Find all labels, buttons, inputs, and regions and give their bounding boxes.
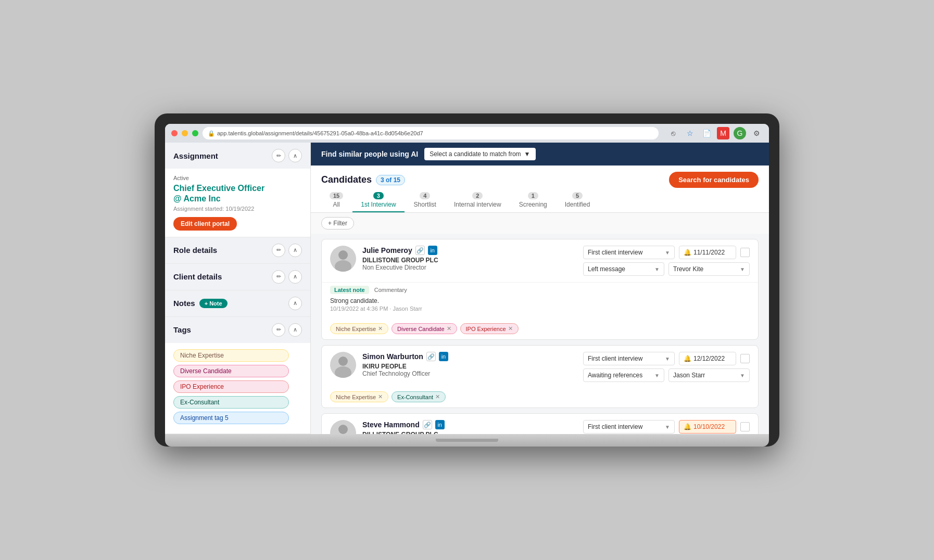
substage-dropdown[interactable]: Awaiting references ▼ <box>583 368 664 382</box>
assignment-header-icons: ✏ ∧ <box>272 149 302 162</box>
bell-icon: 🔔 <box>684 249 691 256</box>
tag-remove-icon[interactable]: ✕ <box>508 325 513 332</box>
stage-dropdown[interactable]: First client interview ▼ <box>583 352 675 365</box>
latest-note-tab[interactable]: Latest note <box>330 286 369 294</box>
tab-badge-all: 15 <box>330 192 343 199</box>
stage-dropdown[interactable]: First client interview ▼ <box>583 420 675 434</box>
assignee-dropdown[interactable]: Jason Starr ▼ <box>668 368 750 382</box>
assignee-label: Trevor Kite <box>673 265 703 273</box>
assignment-edit-icon[interactable]: ✏ <box>272 149 285 162</box>
candidate-name: Steve Hammond <box>362 421 420 429</box>
candidate-role: Chief Technology Officer <box>362 370 577 377</box>
search-candidates-button[interactable]: Search for candidates <box>669 172 759 188</box>
candidate-card: Simon Warburton 🔗 in IKIRU PEOPLE Chief … <box>321 345 759 408</box>
tab-all[interactable]: 15 All <box>321 188 351 212</box>
candidates-title-row: Candidates 3 of 15 <box>321 174 405 185</box>
candidate-link-icon[interactable]: 🔗 <box>423 420 432 429</box>
edit-portal-button[interactable]: Edit client portal <box>173 217 237 231</box>
tag-remove-icon[interactable]: ✕ <box>447 325 451 332</box>
date-field[interactable]: 🔔 10/10/2022 <box>679 420 736 434</box>
role-details-edit-icon[interactable]: ✏ <box>272 244 285 257</box>
assignment-job-title: Chief Executive Officer <box>173 183 302 194</box>
stage-chevron-icon: ▼ <box>665 424 670 430</box>
candidate-tags: Niche Expertise ✕ Diverse Candidate ✕ IP… <box>322 320 758 339</box>
settings-icon[interactable]: ⚙ <box>750 127 763 139</box>
bell-icon: 🔔 <box>684 423 691 430</box>
candidate-tags: Niche Expertise ✕ Ex-Consultant ✕ <box>322 388 758 408</box>
role-details-title: Role details <box>173 246 217 254</box>
candidate-checkbox[interactable] <box>740 354 750 363</box>
role-details-collapse-icon[interactable]: ∧ <box>288 244 302 257</box>
app-icon-red[interactable]: M <box>717 127 729 139</box>
tag-remove-icon[interactable]: ✕ <box>378 393 383 400</box>
substage-dropdown[interactable]: Left message ▼ <box>583 262 664 276</box>
candidates-label: Candidates <box>321 174 372 185</box>
notes-collapse-icon[interactable]: ∧ <box>288 297 302 310</box>
tab-screening[interactable]: 1 Screening <box>511 188 556 212</box>
stage-row: First client interview ▼ 🔔 10/10/2022 <box>583 420 750 434</box>
candidate-tag-chip: IPO Experience ✕ <box>460 323 519 334</box>
candidate-tag-chip: Niche Expertise ✕ <box>330 391 388 402</box>
date-text: 11/11/2022 <box>693 249 725 256</box>
add-note-button[interactable]: + Note <box>199 299 228 308</box>
date-text: 10/10/2022 <box>693 423 725 430</box>
candidates-tabs: 15 All 3 1st Interview 4 Shortlist 2 Int… <box>311 188 769 213</box>
candidate-notes: Latest note Commentary Strong candidate.… <box>322 282 758 320</box>
assignee-dropdown[interactable]: Trevor Kite ▼ <box>668 262 750 276</box>
tab-1st_interview[interactable]: 3 1st Interview <box>352 188 404 212</box>
candidate-card: Julie Pomeroy 🔗 in DILLISTONE GROUP PLC … <box>321 239 759 340</box>
client-details-collapse-icon[interactable]: ∧ <box>288 270 302 284</box>
tab-label-internal_interview: Internal interview <box>454 201 501 208</box>
tab-internal_interview[interactable]: 2 Internal interview <box>446 188 510 212</box>
assignment-header: Assignment ✏ ∧ <box>165 143 310 169</box>
candidate-link-icon[interactable]: 🔗 <box>415 246 425 255</box>
ai-bar-text: Find similar people using AI <box>321 150 418 158</box>
assignee-chevron-icon: ▼ <box>740 266 745 272</box>
tag-label: Niche Expertise <box>336 394 376 400</box>
client-details-header: Client details ✏ ∧ <box>165 264 310 290</box>
candidate-linkedin-icon[interactable]: in <box>428 246 437 255</box>
date-field[interactable]: 🔔 12/12/2022 <box>679 352 736 365</box>
filter-row: + Filter <box>311 213 769 234</box>
bell-icon: 🔔 <box>684 355 691 362</box>
svg-point-7 <box>338 425 348 434</box>
notes-tabs: Latest note Commentary <box>330 283 750 297</box>
date-field[interactable]: 🔔 11/11/2022 <box>679 246 736 259</box>
tags-edit-icon[interactable]: ✏ <box>272 323 285 337</box>
tag-remove-icon[interactable]: ✕ <box>378 325 383 332</box>
stage-dropdown[interactable]: First client interview ▼ <box>583 246 675 259</box>
substage-row: Left message ▼ Trevor Kite ▼ <box>583 262 750 276</box>
sidebar-tag-item: Ex-Consultant <box>173 396 289 409</box>
candidate-company: DILLISTONE GROUP PLC <box>362 257 577 264</box>
candidate-linkedin-icon[interactable]: in <box>439 352 448 361</box>
note-meta: 10/19/2022 at 4:36 PM · Jason Starr <box>330 306 750 312</box>
candidate-main-row: Julie Pomeroy 🔗 in DILLISTONE GROUP PLC … <box>322 239 758 282</box>
candidate-avatar <box>330 246 356 272</box>
candidate-link-icon[interactable]: 🔗 <box>426 352 436 361</box>
tag-label: Diverse Candidate <box>397 326 445 332</box>
tab-shortlist[interactable]: 4 Shortlist <box>406 188 445 212</box>
candidate-checkbox[interactable] <box>740 422 750 431</box>
lock-icon: 🔒 <box>208 130 215 137</box>
filter-button[interactable]: + Filter <box>321 217 354 230</box>
assignment-status: Active <box>173 175 302 181</box>
role-details-header: Role details ✏ ∧ <box>165 237 310 263</box>
tab-label-all: All <box>333 201 339 208</box>
commentary-tab[interactable]: Commentary <box>370 286 411 294</box>
candidates-list: Julie Pomeroy 🔗 in DILLISTONE GROUP PLC … <box>311 234 769 434</box>
profile-icon[interactable]: G <box>734 127 746 139</box>
tab-identified[interactable]: 5 Identified <box>557 188 599 212</box>
candidate-linkedin-icon[interactable]: in <box>435 420 445 429</box>
candidate-checkbox[interactable] <box>740 248 750 257</box>
substage-chevron-icon: ▼ <box>654 373 660 378</box>
tag-remove-icon[interactable]: ✕ <box>435 393 440 400</box>
client-details-edit-icon[interactable]: ✏ <box>272 270 285 284</box>
ai-candidate-dropdown[interactable]: Select a candidate to match from ▼ <box>424 148 535 160</box>
tags-collapse-icon[interactable]: ∧ <box>288 323 302 337</box>
tab-label-1st_interview: 1st Interview <box>361 201 396 208</box>
bookmark-icon[interactable]: ☆ <box>684 127 696 139</box>
share-icon[interactable]: ⎋ <box>667 127 679 139</box>
extensions-icon[interactable]: 📄 <box>700 127 713 139</box>
assignment-collapse-icon[interactable]: ∧ <box>288 149 302 162</box>
address-bar[interactable]: 🔒 app.talentis.global/assignment/details… <box>203 127 659 139</box>
